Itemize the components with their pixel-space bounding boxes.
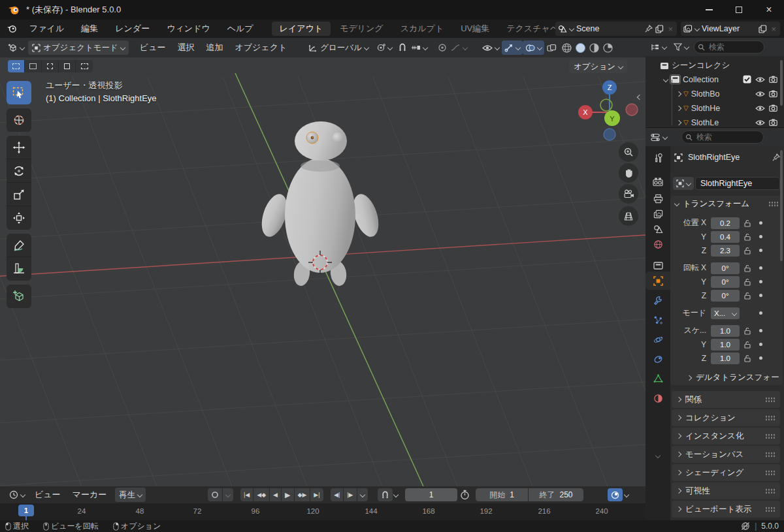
zoom-button[interactable] — [619, 142, 638, 162]
timeline-menu-view[interactable]: ビュー — [29, 489, 67, 501]
select-mode-invert[interactable] — [59, 60, 76, 72]
snap-toggle[interactable] — [396, 40, 409, 55]
drag-grip-icon[interactable] — [765, 433, 775, 439]
tool-rotate[interactable] — [7, 159, 31, 183]
stopwatch-icon[interactable] — [460, 490, 470, 500]
rotation-y-field[interactable]: 0° — [711, 276, 740, 288]
lock-button[interactable] — [742, 219, 753, 227]
properties-search[interactable] — [681, 131, 764, 144]
timeline-editor-type-button[interactable] — [5, 488, 29, 502]
rotation-z-field[interactable]: 0° — [711, 290, 740, 302]
disable-render-camera-icon[interactable] — [769, 90, 777, 97]
object-name-field[interactable]: SlothRightEye — [695, 177, 780, 190]
current-frame-badge[interactable]: 1 — [18, 505, 34, 516]
minimize-button[interactable] — [694, 0, 724, 20]
disable-render-camera-icon[interactable] — [769, 104, 777, 112]
play-reverse-button[interactable]: ◀ — [270, 488, 281, 501]
animate-dot[interactable] — [759, 280, 762, 283]
tab-object-data[interactable] — [645, 369, 670, 388]
properties-search-input[interactable] — [681, 131, 764, 144]
menu-file[interactable]: ファイル — [21, 20, 73, 38]
tool-transform[interactable] — [7, 206, 31, 230]
panel-visibility[interactable]: 可視性 — [672, 482, 780, 499]
menu-edit[interactable]: 編集 — [73, 20, 106, 38]
sidebar-collapse-handle[interactable] — [638, 91, 642, 101]
tool-scale[interactable] — [7, 183, 31, 206]
gizmos-toggle-dropdown[interactable] — [502, 40, 523, 55]
next-keyframe-button[interactable]: ◆▶ — [295, 488, 310, 501]
expand-icon[interactable] — [676, 119, 681, 125]
auto-key-dropdown[interactable] — [223, 488, 233, 501]
falloff-dropdown[interactable] — [449, 40, 469, 55]
shading-material-icon[interactable] — [588, 42, 600, 54]
tool-annotate[interactable] — [7, 234, 31, 257]
location-y-field[interactable]: 0.4 — [711, 231, 740, 243]
ortho-toggle-button[interactable] — [619, 206, 638, 226]
frame-step-dropdown[interactable] — [357, 488, 368, 501]
lock-button[interactable] — [742, 354, 753, 362]
lock-button[interactable] — [742, 247, 753, 255]
lock-button[interactable] — [742, 264, 753, 272]
tab-world[interactable] — [645, 235, 670, 253]
lock-button[interactable] — [742, 327, 753, 335]
expand-icon[interactable] — [676, 105, 681, 110]
workspace-tab-layout[interactable]: レイアウト — [272, 22, 331, 36]
animate-dot[interactable] — [759, 356, 762, 360]
hide-eye-icon[interactable] — [755, 76, 765, 83]
options-dropdown[interactable]: オプション — [569, 60, 627, 73]
tool-move[interactable] — [7, 136, 31, 159]
viewlayer-selector[interactable]: ViewLayer × — [681, 22, 780, 36]
scale-z-field[interactable]: 1.0 — [711, 352, 740, 364]
outliner-row-scene-collection[interactable]: シーンコレクシ — [645, 59, 784, 72]
new-viewlayer-icon[interactable] — [759, 25, 767, 33]
delta-transform-subpanel[interactable]: デルタトランスフォー — [687, 372, 783, 383]
animate-dot[interactable] — [759, 311, 762, 315]
object-id-dropdown[interactable] — [673, 177, 694, 190]
scale-y-field[interactable]: 1.0 — [711, 339, 740, 351]
animate-dot[interactable] — [759, 329, 762, 332]
frame-back-button[interactable]: ◀| — [331, 488, 343, 501]
viewport-menu-add[interactable]: 追加 — [200, 42, 229, 54]
animate-dot[interactable] — [759, 266, 762, 270]
pin-icon[interactable] — [645, 25, 653, 33]
navigation-gizmo[interactable]: Z X Y — [578, 78, 644, 144]
properties-scrollbar[interactable] — [780, 150, 783, 261]
workspace-tab-uv[interactable]: UV編集 — [453, 22, 497, 36]
viewport-menu-select[interactable]: 選択 — [171, 42, 200, 54]
tab-physics[interactable] — [645, 330, 670, 349]
expand-icon[interactable] — [663, 76, 668, 82]
overlays-toggle-dropdown[interactable] — [523, 40, 544, 55]
animate-dot[interactable] — [759, 294, 762, 297]
outliner-row-slothle[interactable]: ▽ SlothLe — [645, 116, 784, 129]
unlink-scene-icon[interactable]: × — [666, 24, 674, 34]
jump-to-start-button[interactable]: |◀ — [240, 488, 253, 501]
hide-eye-icon[interactable] — [755, 105, 765, 112]
pin-icon[interactable] — [772, 153, 780, 161]
panel-viewport-display[interactable]: ビューポート表示 — [672, 501, 780, 518]
play-button[interactable]: ▶ — [282, 488, 293, 501]
tab-material[interactable] — [645, 389, 670, 407]
orientation-dropdown[interactable]: グローバル — [304, 40, 372, 55]
tab-render[interactable] — [645, 172, 670, 191]
animate-dot[interactable] — [759, 343, 762, 346]
scene-selector[interactable]: Scene × — [555, 22, 677, 36]
auto-key-button[interactable] — [208, 488, 222, 501]
outliner-scrollbar[interactable] — [780, 60, 783, 106]
select-mode-intersect[interactable] — [76, 60, 93, 72]
outliner-row-slothbo[interactable]: ▽ SlothBo — [645, 87, 784, 101]
new-scene-icon[interactable] — [655, 25, 664, 33]
hide-eye-icon[interactable] — [755, 119, 765, 126]
workspace-tab-sculpt[interactable]: スカルプト — [393, 22, 452, 36]
panel-relations[interactable]: 関係 — [672, 391, 780, 408]
menu-window[interactable]: ウィンドウ — [158, 20, 219, 38]
panel-collections[interactable]: コレクション — [672, 409, 780, 426]
panel-instancing[interactable]: インスタンス化 — [672, 428, 780, 445]
panel-motion-paths[interactable]: モーションパス — [672, 446, 780, 463]
rotation-x-field[interactable]: 0° — [711, 262, 740, 274]
drag-grip-icon[interactable] — [765, 452, 775, 458]
tool-cursor[interactable] — [7, 108, 31, 132]
scale-x-field[interactable]: 1.0 — [711, 325, 740, 337]
xray-toggle[interactable] — [544, 40, 559, 55]
drag-grip-icon[interactable] — [765, 488, 775, 494]
tool-add-primitive[interactable] — [7, 285, 31, 308]
